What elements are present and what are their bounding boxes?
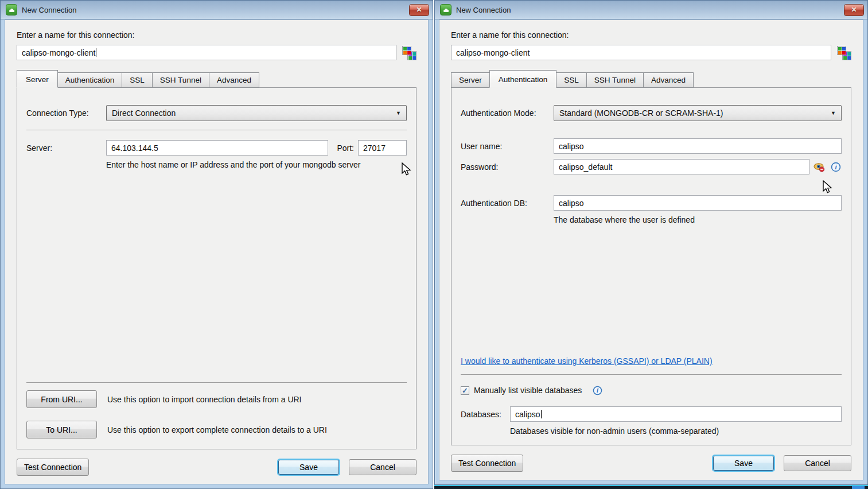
close-button[interactable]: ✕	[409, 4, 429, 16]
dialog-body: Enter a name for this connection: calips…	[439, 20, 863, 480]
manual-list-label: Manually list visible databases	[474, 386, 582, 395]
window-title: New Connection	[456, 6, 511, 14]
tab-advanced[interactable]: Advanced	[209, 72, 259, 88]
app-icon	[6, 4, 17, 15]
window-title: New Connection	[22, 6, 76, 14]
hide-password-eye-icon[interactable]	[813, 161, 825, 173]
databases-section-divider	[461, 374, 842, 375]
connection-type-select[interactable]: Direct Connection ▼	[106, 105, 407, 121]
from-uri-button[interactable]: From URI...	[26, 390, 97, 408]
tab-ssl[interactable]: SSL	[556, 72, 587, 88]
kerberos-ldap-link[interactable]: I would like to authenticate using Kerbe…	[461, 356, 713, 366]
text-caret	[541, 410, 542, 418]
tab-ssh-tunnel[interactable]: SSH Tunnel	[152, 72, 209, 88]
titlebar[interactable]: New Connection ✕	[435, 1, 867, 20]
password-info-icon[interactable]: i	[830, 161, 842, 173]
color-card-front	[402, 46, 411, 55]
manual-list-info-icon[interactable]: i	[591, 385, 603, 396]
cloud-icon	[441, 5, 450, 14]
username-value: calipso	[559, 142, 584, 151]
tab-server[interactable]: Server	[17, 70, 58, 88]
connection-name-label: Enter a name for this connection:	[17, 30, 417, 40]
port-label: Port:	[337, 143, 354, 153]
databases-help-text: Databases visible for non-admin users (c…	[510, 426, 842, 436]
username-label: User name:	[461, 142, 554, 151]
test-connection-button[interactable]: Test Connection	[17, 459, 89, 476]
authentication-tab-panel: Authentication Mode: Standard (MONGODB-C…	[451, 87, 851, 445]
manual-list-checkbox[interactable]: ✓	[461, 386, 469, 395]
connection-name-value: calipso-mongo-client	[456, 48, 530, 57]
cloud-icon	[7, 5, 16, 14]
tab-ssh-tunnel[interactable]: SSH Tunnel	[586, 72, 644, 88]
tab-bar: Server Authentication SSL SSH Tunnel Adv…	[17, 70, 417, 88]
connection-color-button[interactable]	[836, 45, 851, 60]
new-connection-dialog-authentication: New Connection ✕ Enter a name for this c…	[434, 0, 868, 485]
auth-db-help-text: The database where the user is defined	[554, 215, 842, 224]
tab-authentication[interactable]: Authentication	[57, 72, 123, 88]
databases-value: calipso	[515, 410, 540, 419]
tab-authentication[interactable]: Authentication	[489, 70, 557, 88]
section-divider	[26, 130, 407, 130]
save-button[interactable]: Save	[278, 460, 339, 475]
dialog-footer: Test Connection Save Cancel	[451, 445, 851, 472]
titlebar[interactable]: New Connection ✕	[1, 1, 433, 20]
new-connection-dialog-server: New Connection ✕ Enter a name for this c…	[0, 0, 433, 489]
uri-section-divider	[26, 382, 407, 383]
tab-bar: Server Authentication SSL SSH Tunnel Adv…	[451, 70, 851, 88]
auth-mode-select[interactable]: Standard (MONGODB-CR or SCRAM-SHA-1) ▼	[554, 105, 842, 121]
to-uri-help-text: Use this option to export complete conne…	[107, 425, 327, 434]
server-tab-panel: Connection Type: Direct Connection ▼ Ser…	[17, 87, 417, 449]
background-window-chip	[852, 486, 865, 489]
auth-db-input[interactable]: calipso	[554, 195, 842, 211]
password-label: Password:	[461, 162, 554, 172]
text-caret	[96, 48, 96, 57]
from-uri-help-text: Use this option to import connection det…	[107, 395, 302, 404]
auth-db-label: Authentication DB:	[461, 199, 554, 208]
to-uri-button[interactable]: To URI...	[26, 421, 97, 438]
tab-ssl[interactable]: SSL	[122, 72, 153, 88]
desktop-stage: New Connection ✕ Enter a name for this c…	[0, 0, 868, 489]
connection-name-input[interactable]: calipso-mongo-client	[17, 45, 396, 60]
auth-mode-label: Authentication Mode:	[461, 108, 554, 118]
server-address-value: 64.103.144.5	[111, 143, 158, 153]
cancel-button[interactable]: Cancel	[349, 459, 417, 475]
tab-server[interactable]: Server	[451, 72, 490, 88]
chevron-down-icon: ▼	[396, 110, 401, 116]
server-address-input[interactable]: 64.103.144.5	[106, 140, 328, 156]
cancel-button[interactable]: Cancel	[784, 455, 851, 471]
password-value: calipso_default	[559, 162, 612, 172]
background-window-edge	[434, 485, 868, 489]
dialog-body: Enter a name for this connection: calips…	[5, 20, 429, 484]
password-input[interactable]: calipso_default	[554, 159, 809, 174]
color-card-front	[837, 46, 846, 55]
port-value: 27017	[363, 143, 386, 153]
server-help-text: Enter the host name or IP address and th…	[106, 160, 407, 169]
port-input[interactable]: 27017	[358, 140, 407, 156]
chevron-down-icon: ▼	[831, 110, 836, 116]
databases-input[interactable]: calipso	[510, 406, 842, 422]
connection-type-value: Direct Connection	[112, 108, 176, 118]
databases-label: Databases:	[461, 410, 510, 419]
connection-name-label: Enter a name for this connection:	[451, 30, 851, 40]
auth-db-value: calipso	[559, 199, 584, 208]
dialog-footer: Test Connection Save Cancel	[17, 449, 417, 476]
username-input[interactable]: calipso	[554, 138, 842, 154]
connection-name-input[interactable]: calipso-mongo-client	[451, 45, 831, 60]
test-connection-button[interactable]: Test Connection	[451, 455, 523, 472]
connection-type-label: Connection Type:	[26, 108, 106, 118]
connection-color-button[interactable]	[402, 45, 417, 60]
tab-advanced[interactable]: Advanced	[643, 72, 694, 88]
save-button[interactable]: Save	[713, 456, 774, 471]
close-button[interactable]: ✕	[844, 4, 864, 16]
app-icon	[440, 4, 451, 15]
server-label: Server:	[26, 143, 106, 153]
auth-mode-value: Standard (MONGODB-CR or SCRAM-SHA-1)	[559, 108, 723, 118]
connection-name-value: calipso-mongo-client	[22, 48, 95, 57]
